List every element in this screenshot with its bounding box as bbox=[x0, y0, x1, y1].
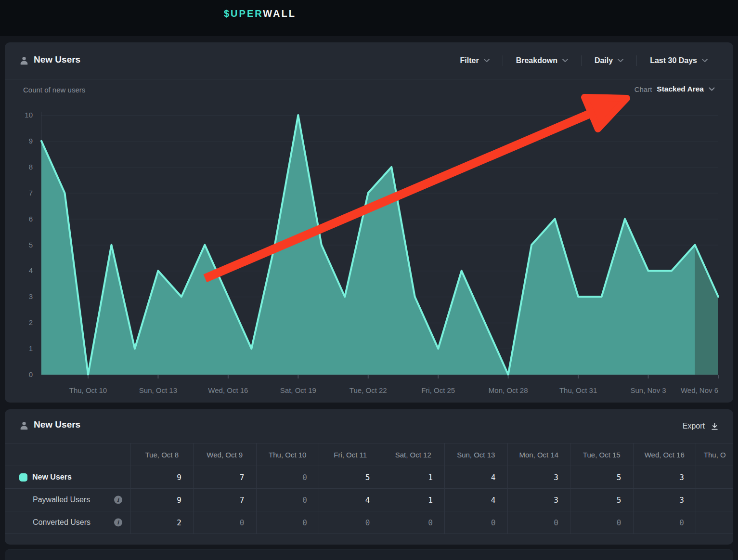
x-tick-label: Wed, Nov 6 bbox=[681, 386, 718, 394]
info-icon[interactable]: i bbox=[114, 496, 122, 504]
value-cell: 5 bbox=[570, 489, 634, 511]
superwall-logo: $UPERWALL bbox=[224, 8, 296, 19]
next-panel-top-edge bbox=[5, 549, 733, 560]
value-cell: 0 bbox=[445, 511, 508, 534]
column-header-date: Wed, Oct 16 bbox=[633, 443, 696, 466]
person-icon bbox=[19, 421, 29, 430]
y-tick-label: 5 bbox=[29, 241, 33, 249]
row-label-cell: Paywalled Usersi bbox=[5, 489, 130, 511]
export-button[interactable]: Export bbox=[683, 422, 719, 430]
column-header-date: Thu, O bbox=[696, 443, 734, 466]
value-cell: 4 bbox=[319, 489, 382, 511]
y-tick-label: 3 bbox=[29, 292, 33, 300]
value-cell: 0 bbox=[382, 511, 445, 534]
value-cell bbox=[696, 489, 734, 511]
value-cell: 3 bbox=[633, 466, 696, 489]
value-cell: 3 bbox=[507, 466, 570, 489]
logo-text-primary: $UPER bbox=[224, 8, 263, 19]
row-label: New Users bbox=[32, 473, 72, 482]
table-row: Paywalled Usersi970414353 bbox=[5, 489, 733, 511]
new-users-data-table: Tue, Oct 8Wed, Oct 9Thu, Oct 10Fri, Oct … bbox=[5, 443, 733, 534]
new-users-chart-panel: New Users FilterBreakdownDailyLast 30 Da… bbox=[5, 42, 733, 403]
value-cell: 5 bbox=[319, 466, 382, 489]
y-tick-label: 6 bbox=[29, 215, 33, 223]
value-cell: 0 bbox=[256, 489, 319, 511]
x-tick-label: Thu, Oct 31 bbox=[559, 386, 597, 394]
x-tick-label: Thu, Oct 10 bbox=[69, 386, 107, 394]
row-label-cell: Converted Usersi bbox=[5, 511, 130, 534]
row-label-cell: New Users bbox=[5, 466, 130, 489]
value-cell: 2 bbox=[130, 511, 194, 534]
x-tick-label: Wed, Oct 16 bbox=[208, 386, 248, 394]
x-tick-label: Fri, Oct 25 bbox=[421, 386, 455, 394]
value-cell: 1 bbox=[382, 466, 445, 489]
annotation-arrow-head bbox=[584, 97, 627, 129]
table-panel-title: New Users bbox=[34, 419, 80, 430]
value-cell: 5 bbox=[570, 466, 634, 489]
column-header-date: Wed, Oct 9 bbox=[194, 443, 257, 466]
value-cell bbox=[696, 466, 734, 489]
download-icon bbox=[711, 422, 719, 430]
x-tick-label: Tue, Oct 22 bbox=[350, 386, 387, 394]
table-panel-header: New Users Export bbox=[5, 409, 733, 446]
info-icon[interactable]: i bbox=[114, 519, 122, 527]
series-color-swatch bbox=[19, 473, 27, 482]
value-cell: 0 bbox=[507, 511, 570, 534]
value-cell: 0 bbox=[570, 511, 634, 534]
value-cell: 7 bbox=[194, 489, 257, 511]
value-cell: 9 bbox=[130, 466, 194, 489]
y-tick-label: 7 bbox=[29, 189, 33, 197]
value-cell: 9 bbox=[130, 489, 194, 511]
y-tick-label: 1 bbox=[29, 344, 33, 352]
y-tick-label: 4 bbox=[29, 266, 33, 274]
value-cell: 7 bbox=[194, 466, 257, 489]
value-cell: 0 bbox=[319, 511, 382, 534]
x-tick-label: Sun, Nov 3 bbox=[630, 386, 666, 394]
stacked-area-chart: 012345678910Thu, Oct 10Sun, Oct 13Wed, O… bbox=[5, 42, 733, 403]
column-header-date: Sun, Oct 13 bbox=[445, 443, 508, 466]
y-tick-label: 2 bbox=[29, 318, 33, 326]
value-cell: 0 bbox=[633, 511, 696, 534]
value-cell: 0 bbox=[194, 511, 257, 534]
table-row: New Users970514353 bbox=[5, 466, 733, 489]
table-row: Converted Usersi200000000 bbox=[5, 511, 733, 534]
y-tick-label: 8 bbox=[29, 163, 33, 171]
column-header-date: Sat, Oct 12 bbox=[382, 443, 445, 466]
value-cell: 3 bbox=[633, 489, 696, 511]
table-corner-cell bbox=[5, 443, 130, 466]
x-tick-label: Sun, Oct 13 bbox=[139, 386, 177, 394]
y-tick-label: 10 bbox=[25, 111, 33, 119]
column-header-date: Thu, Oct 10 bbox=[256, 443, 319, 466]
logo-text-secondary: WALL bbox=[263, 8, 296, 19]
y-tick-label: 0 bbox=[29, 370, 33, 378]
column-header-date: Tue, Oct 15 bbox=[570, 443, 634, 466]
y-tick-label: 9 bbox=[29, 137, 33, 145]
column-header-date: Tue, Oct 8 bbox=[130, 443, 194, 466]
x-tick-label: Sat, Oct 19 bbox=[280, 386, 316, 394]
top-header-bar: $UPERWALL bbox=[0, 0, 738, 36]
value-cell bbox=[696, 511, 734, 534]
value-cell: 0 bbox=[256, 466, 319, 489]
column-header-date: Mon, Oct 14 bbox=[507, 443, 570, 466]
value-cell: 0 bbox=[256, 511, 319, 534]
export-label: Export bbox=[683, 422, 705, 430]
value-cell: 4 bbox=[445, 466, 508, 489]
new-users-table-panel: New Users Export Tue, Oct 8Wed, Oct 9Thu… bbox=[5, 409, 733, 545]
value-cell: 4 bbox=[445, 489, 508, 511]
value-cell: 3 bbox=[507, 489, 570, 511]
area-fill-partial-period bbox=[695, 245, 718, 375]
x-tick-label: Mon, Oct 28 bbox=[489, 386, 528, 394]
row-label: Paywalled Users bbox=[33, 495, 90, 504]
row-label: Converted Users bbox=[33, 518, 91, 527]
value-cell: 1 bbox=[382, 489, 445, 511]
column-header-date: Fri, Oct 11 bbox=[319, 443, 382, 466]
